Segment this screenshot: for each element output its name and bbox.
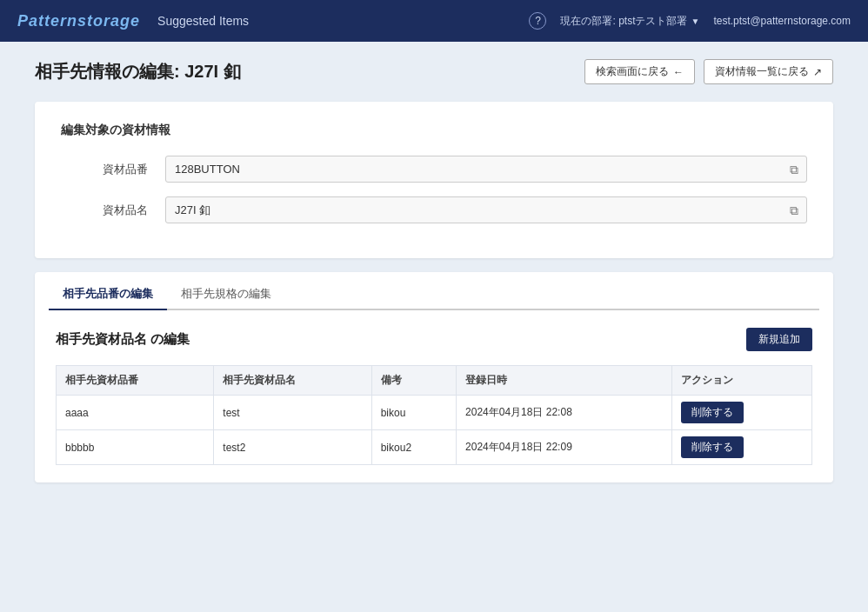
table-row: bbbbb test2 bikou2 2024年04月18日 22:09 削除す… xyxy=(57,430,812,465)
cell-0-2: bikou xyxy=(371,396,456,430)
user-email: test.ptst@patternstorage.com xyxy=(713,15,851,27)
tab-partner-name[interactable]: 相手先品番の編集 xyxy=(49,279,167,310)
table-header-row: 相手先資材品番 相手先資材品名 備考 登録日時 アクション xyxy=(57,366,812,396)
tabs-bar-wrap: 相手先品番の編集 相手先規格の編集 xyxy=(35,279,833,310)
delete-button-1[interactable]: 削除する xyxy=(681,436,744,458)
main-content: 相手先情報の編集: J27I 釦 検索画面に戻る ← 資材情報一覧に戻る ↗ 編… xyxy=(0,42,868,612)
section-header: 相手先資材品名 の編集 新規追加 xyxy=(56,328,812,351)
data-table: 相手先資材品番 相手先資材品名 備考 登録日時 アクション aaaa test … xyxy=(56,365,812,465)
table-body: aaaa test bikou 2024年04月18日 22:08 削除する b… xyxy=(57,396,812,465)
section-title: 相手先資材品名 の編集 xyxy=(56,331,190,348)
cell-0-3: 2024年04月18日 22:08 xyxy=(457,396,672,430)
cell-1-0: bbbbb xyxy=(57,430,214,465)
field-input-wrap-0: ⧉ xyxy=(165,156,807,183)
col-header-4: アクション xyxy=(672,366,812,396)
table-row: aaaa test bikou 2024年04月18日 22:08 削除する xyxy=(57,396,812,430)
col-header-0: 相手先資材品番 xyxy=(57,366,214,396)
back-list-button[interactable]: 資材情報一覧に戻る ↗ xyxy=(704,59,833,84)
navbar-right: ? 現在の部署: ptstテスト部署 ▼ test.ptst@patternst… xyxy=(529,12,851,30)
help-icon[interactable]: ? xyxy=(529,12,546,30)
page-title: 相手先情報の編集: J27I 釦 xyxy=(35,60,241,83)
col-header-2: 備考 xyxy=(371,366,456,396)
dept-caret-icon: ▼ xyxy=(691,17,700,26)
field-label-0: 資材品番 xyxy=(61,162,165,177)
tabs-bar: 相手先品番の編集 相手先規格の編集 xyxy=(49,279,819,310)
field-row-0: 資材品番 ⧉ xyxy=(61,156,807,183)
copy-icon-0: ⧉ xyxy=(790,162,798,176)
tabs-section: 相手先品番の編集 相手先規格の編集 相手先資材品名 の編集 新規追加 相手先資材… xyxy=(35,272,833,482)
field-label-1: 資材品名 xyxy=(61,203,165,218)
tab-partner-spec[interactable]: 相手先規格の編集 xyxy=(167,279,285,310)
material-info-card: 編集対象の資材情報 資材品番 ⧉ 資材品名 ⧉ xyxy=(35,102,833,258)
cell-0-action: 削除する xyxy=(672,396,812,430)
cell-1-1: test2 xyxy=(214,430,371,465)
cell-1-3: 2024年04月18日 22:09 xyxy=(457,430,672,465)
navbar-title: Suggested Items xyxy=(157,14,529,28)
col-header-1: 相手先資材品名 xyxy=(214,366,371,396)
cell-1-action: 削除する xyxy=(672,430,812,465)
page-header: 相手先情報の編集: J27I 釦 検索画面に戻る ← 資材情報一覧に戻る ↗ xyxy=(35,59,833,84)
add-new-button[interactable]: 新規追加 xyxy=(746,328,812,351)
material-card-title: 編集対象の資材情報 xyxy=(61,123,807,138)
delete-button-0[interactable]: 削除する xyxy=(681,402,744,423)
cell-0-1: test xyxy=(214,396,371,430)
copy-button-0[interactable]: ⧉ xyxy=(788,160,800,178)
col-header-3: 登録日時 xyxy=(457,366,672,396)
dept-label: 現在の部署: ptstテスト部署 xyxy=(560,14,687,29)
field-input-1[interactable] xyxy=(165,196,807,223)
copy-button-1[interactable]: ⧉ xyxy=(788,201,800,219)
brand-text: Patternstorage xyxy=(17,12,140,30)
back-search-button[interactable]: 検索画面に戻る ← xyxy=(584,59,695,84)
arrow-left-icon: ← xyxy=(673,66,684,78)
cell-1-2: bikou2 xyxy=(371,430,456,465)
brand-logo: Patternstorage xyxy=(17,12,140,30)
edit-section: 相手先資材品名 の編集 新規追加 相手先資材品番 相手先資材品名 備考 登録日時… xyxy=(35,310,833,482)
table-head: 相手先資材品番 相手先資材品名 備考 登録日時 アクション xyxy=(57,366,812,396)
page-actions: 検索画面に戻る ← 資材情報一覧に戻る ↗ xyxy=(584,59,833,84)
cell-0-0: aaaa xyxy=(57,396,214,430)
external-link-icon: ↗ xyxy=(813,66,822,78)
copy-icon-1: ⧉ xyxy=(790,203,798,216)
navbar: Patternstorage Suggested Items ? 現在の部署: … xyxy=(0,0,868,42)
field-row-1: 資材品名 ⧉ xyxy=(61,196,807,223)
field-input-0[interactable] xyxy=(165,156,807,183)
field-input-wrap-1: ⧉ xyxy=(165,196,807,223)
dept-selector[interactable]: 現在の部署: ptstテスト部署 ▼ xyxy=(560,14,699,29)
